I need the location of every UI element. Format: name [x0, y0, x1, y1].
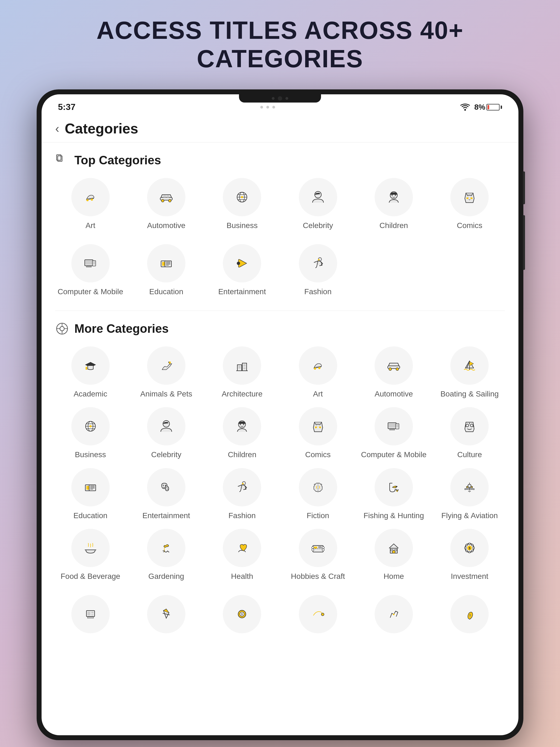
nav-bar: ‹ Categories — [42, 115, 518, 143]
svg-point-120 — [82, 539, 99, 557]
category-entertainment2-label: Entertainment — [143, 511, 190, 521]
svg-point-109 — [166, 487, 167, 488]
svg-point-54 — [157, 357, 175, 374]
category-comics2-label: Comics — [305, 450, 331, 460]
category-partial4[interactable] — [283, 595, 353, 638]
category-culture[interactable]: Culture — [434, 407, 505, 460]
category-partial5[interactable] — [358, 595, 429, 638]
svg-point-69 — [396, 368, 399, 370]
category-comics2[interactable]: Comics — [283, 407, 353, 460]
svg-rect-153 — [87, 612, 90, 616]
svg-point-110 — [168, 486, 169, 487]
category-partial3[interactable]: $ — [207, 595, 277, 638]
category-fashion[interactable]: Fashion — [283, 244, 353, 297]
side-button-volume — [523, 215, 525, 270]
more-categories-grid-partial: $ — [55, 595, 505, 638]
svg-point-41 — [237, 262, 240, 265]
category-partial1[interactable] — [55, 595, 126, 638]
svg-point-126 — [312, 547, 314, 549]
back-button[interactable]: ‹ — [55, 122, 59, 135]
category-automotive-label: Automotive — [147, 221, 185, 231]
category-gardening-label: Gardening — [149, 571, 184, 581]
category-hobbies[interactable]: Hobbies & Craft — [283, 529, 353, 581]
category-business2-label: Business — [75, 450, 106, 460]
category-health[interactable]: Health — [207, 529, 277, 581]
category-computer2-label: Computer & Mobile — [361, 450, 427, 460]
category-education2[interactable]: Education — [55, 468, 126, 521]
category-business2[interactable]: Business — [55, 407, 126, 460]
category-computer2[interactable]: Computer & Mobile — [358, 407, 429, 460]
svg-point-18 — [241, 196, 243, 198]
svg-point-4 — [86, 199, 88, 201]
category-automotive[interactable]: Automotive — [131, 178, 201, 231]
category-gardening[interactable]: Gardening — [131, 529, 201, 581]
category-automotive2[interactable]: Automotive — [358, 346, 429, 399]
svg-point-116 — [396, 486, 397, 487]
category-celebrity[interactable]: Celebrity — [283, 178, 353, 231]
category-entertainment[interactable]: Entertainment — [207, 244, 277, 297]
svg-point-163 — [321, 613, 324, 616]
svg-rect-89 — [390, 429, 394, 430]
category-academic-label: Academic — [74, 389, 107, 399]
svg-point-64 — [314, 367, 316, 370]
category-fashion2[interactable]: Fashion — [207, 468, 277, 521]
svg-rect-60 — [244, 364, 246, 366]
category-business[interactable]: Business — [207, 178, 277, 231]
time: 5:37 — [58, 102, 75, 112]
device-notch — [239, 94, 321, 103]
category-art-label: Art — [85, 221, 96, 231]
category-celebrity2[interactable]: Celebrity — [131, 407, 201, 460]
category-partial6[interactable] — [434, 595, 505, 638]
category-education2-label: Education — [73, 511, 107, 521]
category-art2[interactable]: Art — [283, 346, 353, 399]
svg-rect-143 — [469, 543, 470, 545]
category-computer[interactable]: Computer & Mobile — [55, 244, 126, 297]
section-divider — [55, 311, 505, 311]
category-education-label: Education — [149, 287, 183, 297]
category-architecture[interactable]: Architecture — [207, 346, 277, 399]
svg-point-0 — [464, 109, 466, 111]
category-investment[interactable]: $ Investment — [434, 529, 505, 581]
svg-rect-147 — [469, 551, 470, 553]
svg-text:$: $ — [469, 546, 470, 550]
svg-point-128 — [322, 547, 324, 549]
category-partial2[interactable] — [131, 595, 201, 638]
category-aviation[interactable]: Flying & Aviation — [434, 468, 505, 521]
category-art[interactable]: Art — [55, 178, 126, 231]
category-entertainment2[interactable]: Entertainment — [131, 468, 201, 521]
notch-dot — [272, 97, 275, 100]
svg-rect-131 — [314, 547, 317, 548]
notch-dot2 — [285, 97, 288, 100]
svg-text:$: $ — [241, 613, 243, 616]
front-camera — [278, 96, 282, 101]
category-academic[interactable]: Academic — [55, 346, 126, 399]
battery-percent: 8% — [475, 103, 485, 111]
svg-rect-149 — [464, 547, 466, 549]
category-boating[interactable]: Boating & Sailing — [434, 346, 505, 399]
page-title: Categories — [65, 120, 138, 137]
more-categories-header: More Categories — [55, 322, 505, 335]
category-children[interactable]: Children — [358, 178, 429, 231]
top-categories-grid-row1: Art Automo — [55, 178, 505, 231]
category-animals[interactable]: Animals & Pets — [131, 346, 201, 399]
category-children2[interactable]: Children — [207, 407, 277, 460]
category-fishing[interactable]: Fishing & Hunting — [358, 468, 429, 521]
svg-point-9 — [169, 199, 171, 202]
category-fiction[interactable]: Fiction — [283, 468, 353, 521]
category-health-label: Health — [231, 571, 253, 581]
category-food[interactable]: Food & Beverage — [55, 529, 126, 581]
svg-rect-88 — [388, 423, 396, 428]
category-comics[interactable]: Comics — [434, 178, 505, 231]
category-education[interactable]: Education — [131, 244, 201, 297]
svg-rect-145 — [473, 547, 475, 549]
top-categories-header: Top Categories — [55, 153, 505, 167]
category-home[interactable]: Home — [358, 529, 429, 581]
svg-rect-53 — [85, 368, 87, 370]
category-art2-label: Art — [313, 389, 323, 399]
svg-point-84 — [243, 424, 244, 425]
svg-point-80 — [163, 420, 170, 427]
svg-point-122 — [157, 539, 175, 557]
category-fishing-label: Fishing & Hunting — [363, 511, 424, 521]
status-dots — [260, 104, 275, 111]
svg-rect-91 — [396, 424, 399, 428]
